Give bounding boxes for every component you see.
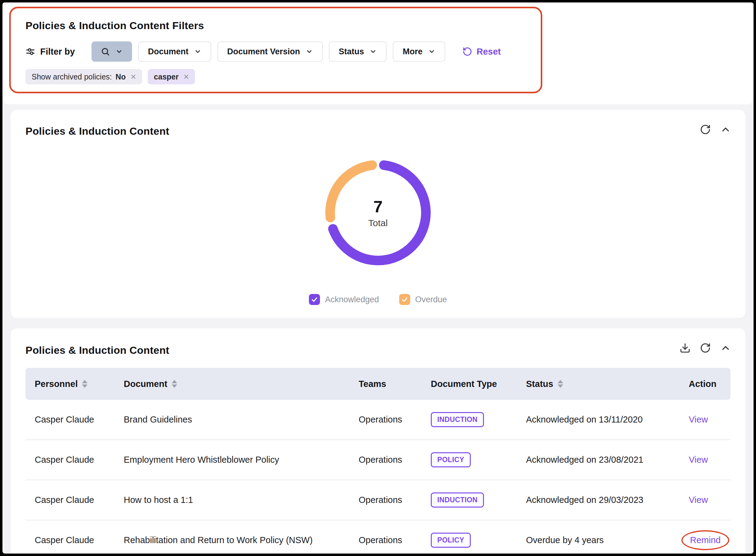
column-label: Personnel — [35, 379, 78, 389]
cell-doc-type: POLICY — [422, 533, 517, 548]
table-body: Casper Claude Brand Guidelines Operation… — [26, 400, 730, 554]
checkbox-checked-icon[interactable] — [309, 294, 320, 305]
status-filter-dropdown[interactable]: Status — [329, 41, 387, 62]
cell-teams: Operations — [350, 455, 422, 465]
legend-item-acknowledged[interactable]: Acknowledged — [309, 294, 379, 305]
cell-doc-type: POLICY — [422, 452, 517, 467]
column-header[interactable]: Document — [114, 379, 350, 389]
refresh-icon[interactable] — [700, 124, 711, 135]
chevron-up-icon[interactable] — [720, 342, 731, 353]
chip-value: No — [116, 72, 126, 81]
chevron-down-icon — [194, 48, 201, 55]
sort-icon[interactable] — [82, 380, 88, 388]
cell-document: Employment Hero Whistleblower Policy — [114, 455, 350, 465]
doc-type-badge: POLICY — [431, 533, 471, 548]
filter-chip-casper[interactable]: casper × — [148, 69, 195, 84]
column-label: Document — [124, 379, 167, 389]
column-header: Teams — [350, 379, 422, 389]
column-header: Document Type — [422, 379, 517, 389]
sort-icon[interactable] — [558, 380, 563, 388]
dropdown-label: More — [402, 47, 423, 57]
donut-chart: 7 Total — [318, 153, 438, 273]
filter-chip-show-archived[interactable]: Show archived policies: No × — [26, 69, 142, 84]
filter-chips: Show archived policies: No × casper × — [26, 69, 754, 84]
legend-label: Overdue — [415, 295, 447, 304]
close-icon[interactable]: × — [183, 72, 189, 81]
action-link[interactable]: Remind — [681, 530, 729, 550]
policies-table: Personnel Document Teams Document Type S… — [26, 368, 730, 554]
document-version-filter-dropdown[interactable]: Document Version — [218, 41, 323, 62]
cell-personnel: Casper Claude — [26, 415, 114, 425]
cell-teams: Operations — [350, 415, 422, 425]
cell-personnel: Casper Claude — [26, 455, 114, 465]
chip-label: casper — [154, 72, 179, 81]
dropdown-label: Document — [148, 47, 189, 57]
table-card-actions — [680, 342, 731, 353]
page: Policies & Induction Content Filters Fil… — [2, 2, 754, 554]
refresh-icon[interactable] — [700, 342, 711, 353]
table-row: Casper Claude Employment Hero Whistleblo… — [26, 440, 730, 480]
cell-action: View — [680, 415, 730, 425]
table-card: Policies & Induction Content Personnel — [11, 328, 745, 554]
column-label: Document Type — [431, 379, 497, 389]
sort-icon[interactable] — [172, 380, 177, 388]
chart-card-actions — [700, 124, 731, 135]
table-row: Casper Claude Rehabilitation and Return … — [26, 520, 730, 554]
action-link[interactable]: View — [689, 495, 708, 505]
cell-status: Acknowledged on 23/08/2021 — [517, 455, 680, 465]
legend-label: Acknowledged — [325, 295, 379, 304]
cell-action: Remind — [680, 530, 730, 550]
donut-total-value: 7 — [373, 197, 383, 216]
dropdown-label: Document Version — [227, 47, 300, 57]
download-icon[interactable] — [680, 342, 691, 353]
sliders-icon — [26, 47, 35, 57]
checkbox-checked-icon[interactable] — [399, 294, 410, 305]
legend-item-overdue[interactable]: Overdue — [399, 294, 447, 305]
chevron-down-icon — [116, 48, 123, 55]
column-label: Status — [526, 379, 553, 389]
column-label: Action — [689, 379, 716, 389]
reset-button[interactable]: Reset — [457, 41, 506, 62]
filter-row: Filter by Document — [26, 41, 754, 62]
reset-label: Reset — [476, 47, 501, 57]
action-link[interactable]: View — [689, 415, 708, 424]
table-card-title: Policies & Induction Content — [26, 344, 730, 356]
cell-document: Brand Guidelines — [114, 415, 350, 425]
chevron-up-icon[interactable] — [720, 124, 731, 135]
chart-legend: Acknowledged Overdue — [11, 294, 745, 305]
search-filter-dropdown[interactable] — [92, 41, 132, 62]
cell-document: How to host a 1:1 — [114, 495, 350, 505]
column-header[interactable]: Status — [517, 379, 680, 389]
chip-label: Show archived policies: — [32, 72, 112, 81]
more-filter-dropdown[interactable]: More — [393, 41, 445, 62]
reset-icon — [462, 47, 472, 57]
cell-status: Overdue by 4 years — [517, 535, 680, 545]
cell-status: Acknowledged on 13/11/2020 — [517, 415, 680, 425]
cell-action: View — [680, 495, 730, 505]
action-link[interactable]: View — [689, 455, 708, 464]
column-header: Action — [680, 379, 730, 389]
cell-teams: Operations — [350, 535, 422, 545]
filter-by: Filter by — [26, 47, 75, 57]
chevron-down-icon — [369, 48, 377, 55]
chevron-down-icon — [428, 48, 435, 55]
chart-card: Policies & Induction Content 7 Total — [11, 110, 745, 318]
table-row: Casper Claude Brand Guidelines Operation… — [26, 400, 730, 440]
close-icon[interactable]: × — [130, 72, 136, 81]
table-header: Personnel Document Teams Document Type S… — [26, 368, 730, 400]
document-filter-dropdown[interactable]: Document — [138, 41, 211, 62]
cell-doc-type: INDUCTION — [422, 412, 517, 427]
filters-card-title: Policies & Induction Content Filters — [26, 20, 754, 32]
donut-total-label: Total — [368, 218, 388, 228]
donut-center: 7 Total — [318, 153, 438, 273]
doc-type-badge: INDUCTION — [431, 492, 484, 508]
chart-card-title: Policies & Induction Content — [26, 125, 730, 137]
dropdown-label: Status — [339, 47, 364, 57]
doc-type-badge: POLICY — [431, 452, 471, 467]
cell-document: Rehabilitation and Return to Work Policy… — [114, 535, 350, 545]
cell-personnel: Casper Claude — [26, 535, 114, 545]
column-header[interactable]: Personnel — [26, 379, 114, 389]
cell-teams: Operations — [350, 495, 422, 505]
table-row: Casper Claude How to host a 1:1 Operatio… — [26, 480, 730, 520]
doc-type-badge: INDUCTION — [431, 412, 484, 427]
